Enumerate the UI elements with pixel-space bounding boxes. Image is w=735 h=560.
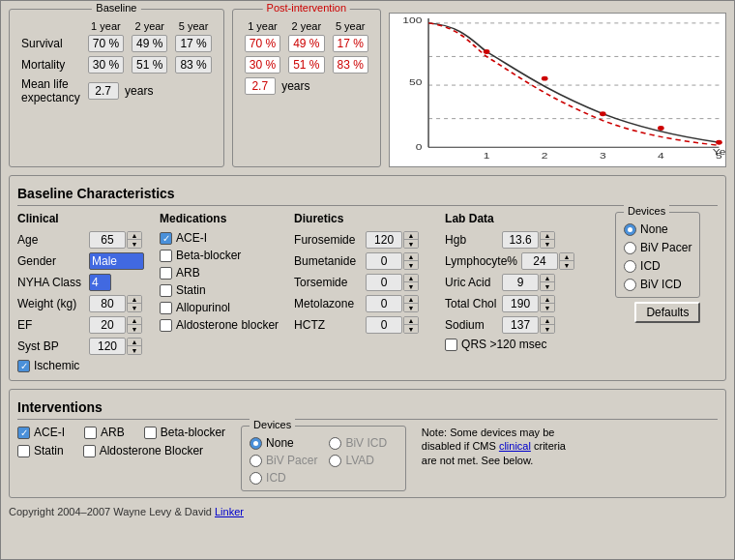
gender-select[interactable]: Male Female [89, 252, 144, 270]
int-aldosterone-checkbox[interactable] [83, 445, 96, 457]
age-up-btn[interactable]: ▲ [128, 232, 141, 240]
furosemide-up[interactable]: ▲ [404, 232, 418, 240]
systbp-input[interactable] [89, 338, 126, 355]
post-box: Post-intervention 1 year 2 year 5 year 7… [232, 9, 381, 167]
uricacid-up[interactable]: ▲ [541, 275, 554, 282]
lymphocyte-input[interactable] [521, 252, 558, 270]
device-bivicd-label: BiV ICD [640, 278, 682, 291]
clinical-col: Clinical Age ▲ ▼ Gender Male [17, 212, 144, 374]
metolazone-down[interactable]: ▼ [404, 304, 418, 311]
svg-text:1: 1 [484, 151, 490, 161]
ischemic-label: Ischemic [34, 359, 79, 372]
systbp-down[interactable]: ▼ [128, 346, 141, 354]
device-bivicd-radio[interactable] [624, 279, 636, 291]
survival-1yr-post: 70 % [245, 35, 280, 52]
uricacid-down[interactable]: ▼ [541, 282, 554, 290]
device-bivpacer-radio[interactable] [624, 242, 636, 254]
device-icd-radio[interactable] [624, 260, 636, 273]
metolazone-input[interactable] [366, 295, 402, 312]
hctz-input[interactable] [366, 316, 402, 334]
furosemide-down[interactable]: ▼ [404, 240, 418, 248]
qrs-checkbox[interactable] [445, 339, 457, 351]
int-acei-checkbox[interactable]: ✓ [17, 427, 30, 439]
hctz-up[interactable]: ▲ [404, 317, 418, 325]
baseline-box: Baseline 1 year 2 year 5 year Survival 7… [9, 9, 224, 167]
lymphocyte-up[interactable]: ▲ [560, 253, 573, 261]
nyha-select[interactable]: 1234 [89, 274, 111, 291]
totalchol-down[interactable]: ▼ [541, 304, 554, 311]
hctz-down[interactable]: ▼ [404, 325, 418, 333]
arb-med-checkbox[interactable] [160, 267, 172, 280]
ef-up[interactable]: ▲ [128, 317, 141, 325]
metolazone-up[interactable]: ▲ [404, 296, 418, 304]
defaults-button[interactable]: Defaults [634, 302, 700, 323]
furosemide-input[interactable] [366, 231, 402, 249]
uricacid-input[interactable] [502, 274, 539, 291]
ef-down[interactable]: ▼ [128, 325, 141, 333]
sodium-input[interactable] [502, 316, 539, 334]
totalchol-input[interactable] [502, 295, 539, 312]
furosemide-label: Furosemide [294, 233, 362, 247]
mortality-5yr-baseline: 83 % [175, 56, 211, 74]
sodium-down[interactable]: ▼ [541, 325, 554, 333]
stats-area: Baseline 1 year 2 year 5 year Survival 7… [9, 9, 381, 167]
acei-med-label: ACE-I [176, 231, 207, 245]
int-dev-none-radio[interactable] [250, 437, 262, 450]
bumetanide-row: Bumetanide ▲▼ [294, 252, 429, 270]
acei-med-row: ✓ ACE-I [160, 231, 279, 245]
age-label: Age [17, 233, 85, 247]
lymphocyte-label: Lymphocyte% [445, 254, 517, 268]
ef-input[interactable] [89, 316, 126, 334]
clinical-link[interactable]: clinical [499, 440, 531, 452]
torsemide-input[interactable] [366, 274, 402, 291]
allopurinol-checkbox[interactable] [160, 302, 172, 314]
acei-med-checkbox[interactable]: ✓ [160, 232, 172, 245]
bumetanide-down[interactable]: ▼ [404, 261, 418, 269]
aldosterone-med-checkbox[interactable] [160, 319, 172, 332]
int-aldosterone-label: Aldosterone Blocker [100, 444, 203, 457]
systbp-label: Syst BP [17, 339, 85, 353]
sodium-up[interactable]: ▲ [541, 317, 554, 325]
systbp-up[interactable]: ▲ [128, 339, 141, 346]
int-betablocker-checkbox[interactable] [144, 427, 157, 439]
torsemide-up[interactable]: ▲ [404, 275, 418, 282]
svg-point-19 [716, 140, 722, 145]
int-dev-icd-radio[interactable] [250, 472, 262, 485]
int-statin-checkbox[interactable] [17, 445, 30, 457]
device-none-radio[interactable] [624, 223, 636, 236]
interventions-grid: ✓ ACE-I ARB Beta-blocker Stat [17, 426, 718, 491]
statin-med-label: Statin [176, 283, 206, 297]
int-dev-bivicd-row: BiV ICD [329, 436, 397, 450]
hgb-up[interactable]: ▲ [541, 232, 554, 240]
hgb-down[interactable]: ▼ [541, 240, 554, 248]
clinical-header: Clinical [17, 212, 144, 225]
ischemic-checkbox[interactable]: ✓ [17, 360, 30, 372]
int-arb-checkbox[interactable] [84, 427, 97, 439]
lymphocyte-down[interactable]: ▼ [560, 261, 573, 269]
bumetanide-up[interactable]: ▲ [404, 253, 418, 261]
survival-chart: 100 50 0 1 2 3 4 5 Years [390, 14, 725, 166]
weight-up[interactable]: ▲ [128, 296, 141, 304]
int-statin-label: Statin [34, 444, 64, 457]
linker-link[interactable]: Linker [215, 506, 244, 517]
weight-down[interactable]: ▼ [128, 304, 141, 311]
torsemide-down[interactable]: ▼ [404, 282, 418, 290]
age-row: Age ▲ ▼ [17, 231, 144, 249]
statin-med-checkbox[interactable] [160, 284, 172, 297]
int-dev-bivicd-radio[interactable] [329, 437, 341, 450]
diuretics-col: Diuretics Furosemide ▲▼ Bumetanide ▲▼ [294, 212, 429, 374]
int-dev-lvad-radio[interactable] [329, 455, 341, 467]
totalchol-up[interactable]: ▲ [541, 296, 554, 304]
betablocker-med-checkbox[interactable] [160, 250, 172, 262]
age-input[interactable] [89, 231, 126, 249]
age-down-btn[interactable]: ▼ [128, 240, 141, 248]
statin-med-row: Statin [160, 283, 279, 297]
stats-table-post: 1 year 2 year 5 year 70 % 49 % 17 % 30 %… [241, 19, 372, 97]
mean-life-baseline-val: 2.7 [88, 82, 119, 100]
bumetanide-input[interactable] [366, 252, 402, 270]
age-stepper[interactable]: ▲ ▼ [89, 231, 142, 249]
int-dev-bivpacer-radio[interactable] [250, 455, 262, 467]
hgb-input[interactable] [502, 231, 539, 249]
weight-input[interactable] [89, 295, 126, 312]
main-container: Baseline 1 year 2 year 5 year Survival 7… [0, 0, 735, 560]
